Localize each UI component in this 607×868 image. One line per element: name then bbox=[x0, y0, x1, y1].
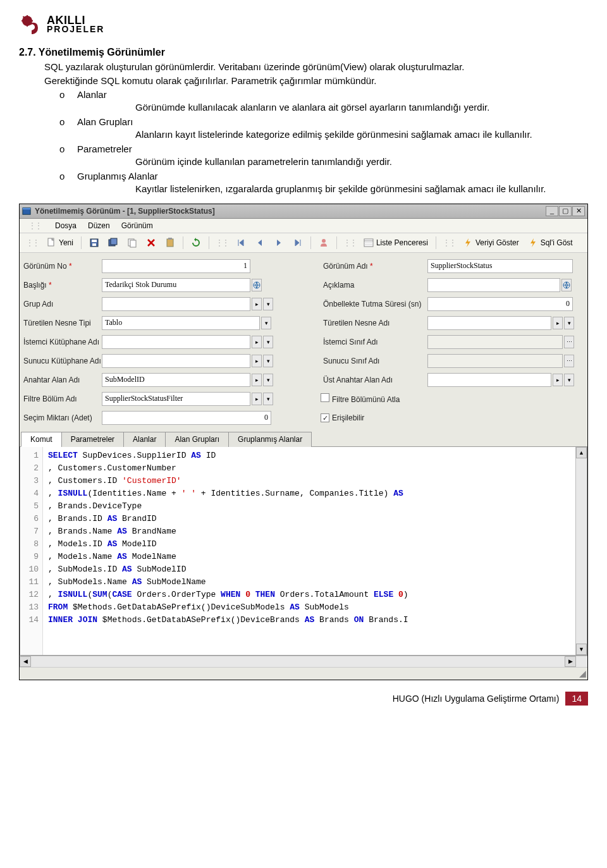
details-button[interactable]: ⋯ bbox=[564, 336, 574, 348]
nav-first-button[interactable] bbox=[232, 236, 250, 250]
page-number: 14 bbox=[565, 692, 588, 706]
picker-button[interactable]: ▸ bbox=[553, 374, 563, 386]
picker-button[interactable]: ▸ bbox=[252, 374, 262, 386]
svg-rect-18 bbox=[168, 238, 172, 240]
picker-button[interactable]: ▸ bbox=[553, 317, 563, 329]
label-secim-miktari: Seçim Miktarı (Adet) bbox=[20, 413, 102, 422]
input-anahtar-alan[interactable] bbox=[102, 373, 250, 387]
copy-button[interactable] bbox=[123, 236, 141, 250]
dropdown-button[interactable]: ▾ bbox=[261, 317, 271, 329]
tab-alan-gruplari[interactable]: Alan Grupları bbox=[165, 432, 229, 447]
refresh-button[interactable] bbox=[187, 236, 205, 250]
menu-view[interactable]: Görünüm bbox=[121, 221, 153, 230]
checkbox-filtre-atla[interactable] bbox=[321, 393, 329, 402]
bullet-label-parametreler: Parametreler bbox=[77, 144, 132, 154]
code-content[interactable]: SELECT SupDevices.SupplierID AS ID, Cust… bbox=[43, 447, 575, 655]
input-sunucu-sinif[interactable] bbox=[427, 354, 563, 368]
menu-file[interactable]: Dosya bbox=[55, 221, 77, 230]
refresh-icon bbox=[191, 238, 201, 248]
input-ust-anahtar-alan[interactable] bbox=[427, 373, 551, 387]
prev-icon bbox=[255, 238, 265, 248]
separator bbox=[336, 236, 337, 249]
scroll-left-button[interactable]: ◀ bbox=[20, 656, 31, 667]
grip-icon: ⋮⋮ bbox=[26, 221, 44, 230]
details-button[interactable]: ⋯ bbox=[564, 355, 574, 367]
close-button[interactable]: ✕ bbox=[572, 206, 585, 216]
show-sql-button[interactable]: Sql'i Göst bbox=[524, 236, 577, 250]
tab-alanlar[interactable]: Alanlar bbox=[123, 432, 166, 447]
user-button[interactable] bbox=[315, 236, 333, 250]
paste-icon bbox=[165, 238, 175, 248]
nav-prev-button[interactable] bbox=[251, 236, 269, 250]
input-turetilen-adi[interactable] bbox=[427, 316, 551, 330]
label-gorunum-adi: Görünüm Adı * bbox=[317, 262, 427, 271]
app-window: Yönetilmemiş Görünüm - [1, SupplierStock… bbox=[19, 204, 588, 680]
dropdown-button[interactable]: ▾ bbox=[564, 374, 574, 386]
picker-button[interactable]: ▸ bbox=[252, 298, 262, 310]
input-onbellek[interactable] bbox=[427, 297, 573, 311]
input-filtre-bolum[interactable] bbox=[102, 392, 250, 406]
maximize-button[interactable]: ▢ bbox=[559, 206, 572, 216]
svg-rect-17 bbox=[167, 239, 173, 247]
dropdown-button[interactable]: ▾ bbox=[263, 393, 273, 405]
input-istemci-kutuphane[interactable] bbox=[102, 335, 250, 349]
dropdown-button[interactable]: ▾ bbox=[564, 317, 574, 329]
separator bbox=[209, 236, 209, 249]
globe-button[interactable] bbox=[252, 279, 262, 291]
grip-icon: ⋮⋮ bbox=[440, 238, 458, 247]
dropdown-button[interactable]: ▾ bbox=[263, 298, 273, 310]
label-filtre-atla: Filtre Bölümünü Atla bbox=[317, 393, 427, 404]
list-window-button[interactable]: Liste Penceresi bbox=[360, 236, 432, 250]
input-secim-miktari[interactable] bbox=[102, 411, 271, 425]
svg-rect-3 bbox=[21, 20, 24, 21]
input-turetilen-tip[interactable] bbox=[102, 316, 260, 330]
dropdown-button[interactable]: ▾ bbox=[263, 374, 273, 386]
show-data-button[interactable]: Veriyi Göster bbox=[459, 236, 523, 250]
tab-parametreler[interactable]: Parametreler bbox=[61, 432, 124, 447]
scrollbar-vertical[interactable]: ▲ ▼ bbox=[575, 447, 587, 655]
code-editor[interactable]: 1234567891011121314 SELECT SupDevices.Su… bbox=[20, 447, 587, 656]
next-icon bbox=[274, 238, 284, 248]
tab-komut[interactable]: Komut bbox=[21, 432, 62, 447]
globe-button[interactable] bbox=[561, 279, 572, 291]
picker-button[interactable]: ▸ bbox=[252, 393, 262, 405]
delete-button[interactable] bbox=[142, 236, 160, 250]
nav-next-button[interactable] bbox=[270, 236, 288, 250]
scroll-up-button[interactable]: ▲ bbox=[576, 447, 587, 458]
input-gorunum-adi[interactable] bbox=[427, 259, 573, 273]
paste-button[interactable] bbox=[161, 236, 179, 250]
input-gorunum-no[interactable] bbox=[102, 259, 250, 273]
svg-point-19 bbox=[322, 239, 326, 243]
input-sunucu-kutuphane[interactable] bbox=[102, 354, 250, 368]
picker-button[interactable]: ▸ bbox=[252, 355, 262, 367]
input-basligi[interactable] bbox=[102, 278, 250, 292]
menu-edit[interactable]: Düzen bbox=[88, 221, 110, 230]
input-istemci-sinif[interactable] bbox=[427, 335, 563, 349]
menubar: ⋮⋮ Dosya Düzen Görünüm bbox=[20, 219, 587, 233]
dropdown-button[interactable]: ▾ bbox=[263, 336, 273, 348]
minimize-button[interactable]: _ bbox=[546, 206, 558, 216]
label-basligi: Başlığı * bbox=[20, 281, 102, 290]
bullet-label-alanlar: Alanlar bbox=[77, 89, 107, 100]
save-all-button[interactable] bbox=[104, 236, 122, 250]
resize-grip-icon[interactable]: ◢ bbox=[579, 668, 586, 678]
new-button[interactable]: Yeni bbox=[42, 236, 77, 250]
bullet-marker: o bbox=[59, 116, 77, 127]
label-sunucu-kutuphane: Sunucu Kütüphane Adı bbox=[20, 357, 102, 365]
picker-button[interactable]: ▸ bbox=[252, 336, 262, 348]
svg-rect-14 bbox=[111, 238, 117, 245]
nav-last-button[interactable] bbox=[289, 236, 307, 250]
checkbox-erisilebilir[interactable]: ✓ bbox=[321, 413, 329, 422]
separator bbox=[436, 236, 436, 249]
dropdown-button[interactable]: ▾ bbox=[263, 355, 273, 367]
last-icon bbox=[293, 238, 303, 248]
tab-gruplanmis-alanlar[interactable]: Gruplanmış Alanlar bbox=[228, 432, 312, 447]
bullet-marker: o bbox=[59, 144, 77, 154]
label-gorunum-no: Görünüm No * bbox=[20, 262, 102, 271]
scroll-down-button[interactable]: ▼ bbox=[576, 644, 587, 655]
scrollbar-horizontal[interactable]: ◀ ▶ bbox=[20, 656, 587, 667]
scroll-right-button[interactable]: ▶ bbox=[565, 656, 576, 667]
input-aciklama[interactable] bbox=[427, 278, 560, 292]
save-button[interactable] bbox=[85, 236, 103, 250]
input-grup-adi[interactable] bbox=[102, 297, 250, 311]
